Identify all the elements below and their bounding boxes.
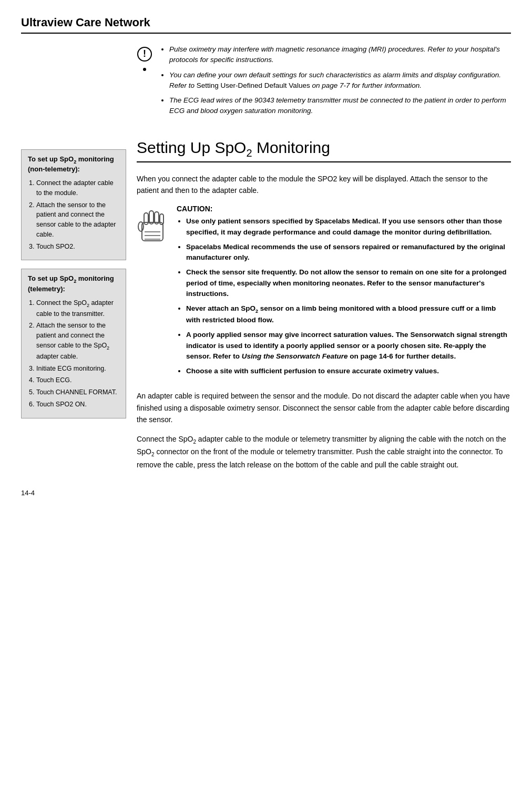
caution-hand-icon [137, 207, 168, 243]
caution-bullet-2: Spacelabs Medical recommends the use of … [186, 242, 511, 263]
sidebar-tel-step-4: Touch ECG. [36, 375, 119, 385]
hand-svg [137, 207, 168, 246]
sidebar-step-3: Touch SPO2. [36, 242, 119, 252]
page-number: 14-4 [21, 489, 35, 497]
page-title: Ultraview Care Network [21, 16, 511, 34]
sidebar-box-non-telemetry: To set up SpO2 monitoring (non-telemetry… [21, 149, 126, 260]
caution-bullet-3: Check the sensor site frequently. Do not… [186, 267, 511, 299]
warning-block: ! Pulse oximetry may interfere with magn… [137, 44, 511, 121]
sidebar-tel-step-6: Touch SPO2 ON. [36, 400, 119, 410]
main-content: ! Pulse oximetry may interfere with magn… [137, 44, 511, 478]
sidebar-tel-step-2: Attach the sensor to the patient and con… [36, 321, 119, 361]
caution-title: CAUTION: [177, 205, 511, 213]
warning-bullet-2: You can define your own default settings… [169, 70, 511, 91]
sidebar-tel-step-1: Connect the SpO2 adapter cable to the tr… [36, 298, 119, 319]
caution-bullet-5: A poorly applied sensor may give incorre… [186, 330, 511, 362]
warning-bullet-3: The ECG lead wires of the 90343 telemetr… [169, 95, 511, 117]
sidebar: To set up SpO2 monitoring (non-telemetry… [21, 44, 126, 478]
warning-bullet-1: Pulse oximetry may interfere with magnet… [169, 44, 511, 66]
sidebar-tel-step-3: Initiate ECG monitoring. [36, 364, 119, 374]
body-paragraph-1: An adapter cable is required between the… [137, 390, 511, 425]
caution-bullet-4: Never attach an SpO2 sensor on a limb be… [186, 303, 511, 325]
svg-point-8 [138, 222, 144, 231]
main-layout: To set up SpO2 monitoring (non-telemetry… [21, 44, 511, 478]
warning-icon: ! [137, 46, 152, 76]
sidebar-box2-steps: Connect the SpO2 adapter cable to the tr… [28, 298, 119, 410]
sidebar-box1-title: To set up SpO2 monitoring (non-telemetry… [28, 155, 119, 174]
svg-text:!: ! [143, 48, 146, 59]
sidebar-tel-step-5: Touch CHANNEL FORMAT. [36, 387, 119, 397]
caution-bullets: Use only patient sensors specified by Sp… [177, 216, 511, 376]
intro-paragraph: When you connect the adapter cable to th… [137, 173, 511, 197]
sidebar-step-1: Connect the adapter cable to the module. [36, 178, 119, 198]
body-paragraph-2: Connect the SpO2 adapter cable to the mo… [137, 433, 511, 471]
page: Ultraview Care Network To set up SpO2 mo… [0, 0, 532, 518]
svg-point-2 [143, 68, 146, 71]
warning-bullets: Pulse oximetry may interfere with magnet… [160, 44, 511, 121]
caution-content: CAUTION: Use only patient sensors specif… [177, 205, 511, 381]
section-heading: Setting Up SpO2 Monitoring [137, 139, 511, 162]
caution-bullet-6: Choose a site with sufficient perfusion … [186, 366, 511, 376]
sidebar-step-2: Attach the sensor to the patient and con… [36, 200, 119, 240]
caution-bullet-1: Use only patient sensors specified by Sp… [186, 216, 511, 238]
page-footer: 14-4 [21, 478, 511, 497]
sidebar-box2-title: To set up SpO2 monitoring (telemetry): [28, 274, 119, 293]
warning-symbol-icon: ! [137, 46, 152, 73]
caution-block: CAUTION: Use only patient sensors specif… [137, 205, 511, 381]
sidebar-box-telemetry: To set up SpO2 monitoring (telemetry): C… [21, 269, 126, 418]
sidebar-box1-steps: Connect the adapter cable to the module.… [28, 178, 119, 251]
